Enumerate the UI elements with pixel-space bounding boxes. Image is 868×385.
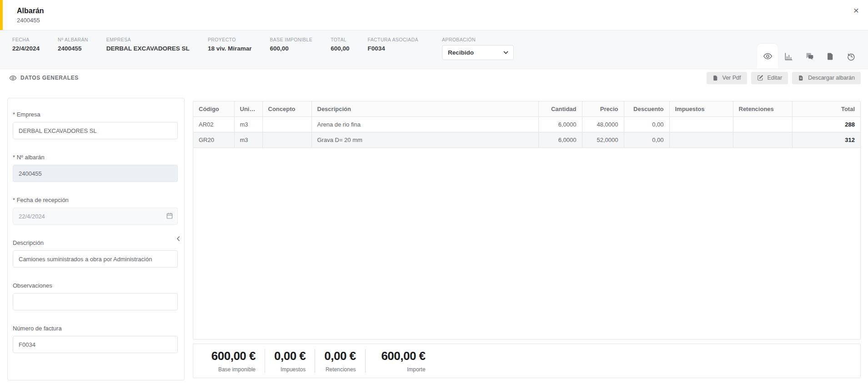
- accent-bar: [0, 0, 3, 30]
- section-title: DATOS GENERALES: [9, 74, 79, 82]
- empresa-field[interactable]: [13, 122, 178, 139]
- info-field-base-imponible: BASE IMPONIBLE 600,00: [270, 37, 312, 52]
- albaran-detail-window: Albarán 2400455 × FECHA 22/4/2024 Nº ALB…: [0, 0, 868, 385]
- info-field-fecha: FECHA 22/4/2024: [12, 37, 40, 52]
- tab-documents[interactable]: [820, 44, 841, 69]
- close-button[interactable]: ×: [853, 5, 859, 15]
- descripcion-label: Descripción: [13, 239, 178, 246]
- section-header: DATOS GENERALES Ver Pdf Editar Descargar…: [0, 69, 868, 86]
- lines-section: Código Unidad Concepto Descripción Canti…: [193, 101, 861, 378]
- chat-icon: [805, 51, 814, 61]
- info-field-total: TOTAL 600,00: [331, 37, 349, 52]
- summary-impuestos: 0,00 € Impuestos: [265, 349, 315, 373]
- col-descuento[interactable]: Descuento: [624, 101, 669, 117]
- descargar-albaran-button[interactable]: Descargar albarán: [792, 72, 861, 84]
- window-header: Albarán 2400455 ×: [0, 0, 868, 30]
- observaciones-field[interactable]: [13, 293, 178, 310]
- edit-icon: [757, 75, 763, 81]
- view-tabs: [757, 44, 868, 69]
- section-buttons: Ver Pdf Editar Descargar albarán: [707, 72, 861, 84]
- col-cantidad[interactable]: Cantidad: [538, 101, 582, 117]
- page-title: Albarán: [17, 7, 44, 15]
- bar-chart-icon: [784, 52, 793, 61]
- general-data-form: * Empresa * Nº albarán * Fecha de recepc…: [7, 98, 185, 380]
- download-file-icon: [798, 75, 804, 81]
- aprobacion-selected-value: Recibido: [448, 49, 474, 56]
- observaciones-label: Observaciones: [13, 282, 178, 289]
- empresa-label: * Empresa: [13, 111, 178, 118]
- col-precio[interactable]: Precio: [582, 101, 624, 117]
- tab-view[interactable]: [757, 44, 778, 69]
- col-retenciones[interactable]: Retenciones: [733, 101, 792, 117]
- tab-history[interactable]: [841, 44, 862, 69]
- main-content: * Empresa * Nº albarán * Fecha de recepc…: [0, 86, 868, 385]
- table-row[interactable]: GR20 m3 Grava D= 20 mm 6,0000 52,0000 0,…: [193, 132, 860, 148]
- summary-retenciones: 0,00 € Retenciones: [315, 349, 365, 373]
- table-row[interactable]: AR02 m3 Arena de rio fina 6,0000 48,0000…: [193, 117, 860, 132]
- eye-icon: [763, 51, 773, 61]
- file-icon: [712, 75, 718, 81]
- info-field-aprobacion: APROBACIÓN Recibido: [442, 37, 514, 60]
- document-icon: [826, 52, 834, 61]
- chevron-down-icon: [503, 50, 509, 56]
- numero-factura-label: Número de factura: [13, 325, 178, 332]
- descripcion-field[interactable]: [13, 250, 178, 268]
- col-unidad[interactable]: Unidad: [234, 101, 262, 117]
- info-bar: FECHA 22/4/2024 Nº ALBARÁN 2400455 EMPRE…: [0, 30, 868, 69]
- fecha-recepcion-label: * Fecha de recepción: [13, 197, 178, 203]
- eye-icon: [9, 74, 17, 82]
- info-field-empresa: EMPRESA DERBAL EXCAVADORES SL: [106, 37, 190, 52]
- num-albaran-field: [13, 165, 178, 182]
- info-field-proyecto: PROYECTO 18 viv. Miramar: [208, 37, 252, 52]
- tab-stats[interactable]: [778, 44, 799, 69]
- summary-base-imponible: 600,00 € Base imponible: [197, 349, 265, 373]
- ver-pdf-button[interactable]: Ver Pdf: [707, 72, 747, 84]
- page-subtitle: 2400455: [17, 17, 44, 24]
- num-albaran-label: * Nº albarán: [13, 154, 178, 161]
- totals-summary: 600,00 € Base imponible 0,00 € Impuestos…: [193, 344, 861, 378]
- info-field-num-albaran: Nº ALBARÁN 2400455: [58, 37, 88, 52]
- lines-table: Código Unidad Concepto Descripción Canti…: [193, 101, 861, 339]
- col-codigo[interactable]: Código: [193, 101, 234, 117]
- history-icon: [847, 52, 856, 61]
- collapse-panel-button[interactable]: [173, 233, 183, 245]
- table-header-row: Código Unidad Concepto Descripción Canti…: [193, 101, 860, 117]
- editar-button[interactable]: Editar: [751, 72, 788, 84]
- info-field-factura-asociada: FACTURA ASOCIADA F0034: [367, 37, 418, 52]
- col-impuestos[interactable]: Impuestos: [669, 101, 733, 117]
- numero-factura-field[interactable]: [13, 336, 178, 353]
- summary-importe: 600,00 € Importe: [366, 349, 435, 373]
- col-total[interactable]: Total: [792, 101, 860, 117]
- chevron-left-icon: [175, 235, 181, 242]
- col-descripcion[interactable]: Descripción: [311, 101, 538, 117]
- fecha-recepcion-field[interactable]: [13, 208, 178, 225]
- tab-comments[interactable]: [799, 44, 820, 69]
- col-concepto[interactable]: Concepto: [262, 101, 311, 117]
- aprobacion-select[interactable]: Recibido: [442, 45, 514, 60]
